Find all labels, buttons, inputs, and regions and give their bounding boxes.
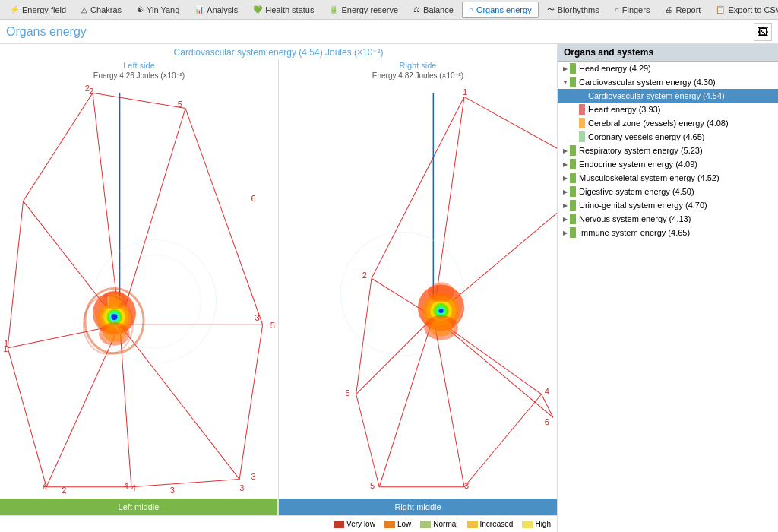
svg-rect-51 [279, 85, 557, 495]
tree-item-cardiovascular-system[interactable]: ▼ Cardiovascular system energy (4.30) [558, 75, 778, 89]
tab-organs-energy[interactable]: ○ Organs energy [462, 2, 539, 18]
tree-item-digestive[interactable]: ▶ Digestive system energy (4.50) [558, 185, 778, 198]
tab-chakras[interactable]: △ Chakras [74, 2, 128, 18]
right-side-label: Right side [279, 59, 557, 71]
analysis-icon: 📊 [194, 5, 204, 14]
svg-text:5: 5 [370, 481, 375, 490]
color-cardiovascular [579, 90, 585, 101]
color-coronary [579, 131, 585, 142]
export-csv-icon: 📋 [716, 5, 725, 14]
charts-row: Left side Energy 4.26 Joules (×10⁻²) [0, 59, 557, 515]
label-immune: Immune system energy (4.65) [579, 228, 775, 237]
tree-item-head[interactable]: ▶ Head energy (4.29) [558, 62, 778, 75]
right-chart-svg: 1 6 2 5 5 3 4 6 [279, 81, 557, 499]
label-musculoskeletal: Musculoskeletal system energy (4.52) [579, 173, 775, 182]
page-header: Organs energy 🖼 [0, 20, 778, 44]
legend-bar: Very low Low Normal Increased High [0, 515, 557, 532]
high-color [522, 521, 533, 528]
left-side-label: Left side [0, 59, 278, 71]
tree-item-cerebral[interactable]: Cerebral zone (vessels) energy (4.08) [558, 116, 778, 130]
tree-item-urino-genital[interactable]: ▶ Urino-genital system energy (4.70) [558, 198, 778, 212]
tab-export-csv[interactable]: 📋 Export to CSV [709, 2, 778, 18]
image-button[interactable]: 🖼 [754, 23, 772, 41]
left-middle-label: Left middle [0, 499, 278, 515]
svg-point-82 [438, 309, 443, 313]
yin-yang-icon: ☯ [137, 5, 144, 14]
color-urino-genital [570, 200, 576, 211]
tree-item-endocrine[interactable]: ▶ Endocrine system energy (4.09) [558, 157, 778, 171]
organs-panel: Organs and systems ▶ Head energy (4.29) … [558, 44, 778, 532]
right-chart-panel: Right side Energy 4.82 Joules (×10⁻²) [279, 59, 557, 515]
tab-health-status[interactable]: 💚 Health status [246, 2, 321, 18]
arrow-digestive: ▶ [561, 187, 570, 196]
organs-header: Organs and systems [558, 44, 778, 62]
tree-item-respiratory[interactable]: ▶ Respiratory system energy (5.23) [558, 144, 778, 157]
legend-low: Low [384, 520, 411, 528]
left-chart-panel: Left side Energy 4.26 Joules (×10⁻²) [0, 59, 279, 515]
arrow-musculoskeletal: ▶ [561, 173, 570, 182]
right-middle-label: Right middle [279, 499, 557, 515]
color-endocrine [570, 159, 576, 169]
normal-color [420, 521, 431, 528]
tab-yin-yang[interactable]: ☯ Yin Yang [130, 2, 186, 18]
chakras-icon: △ [81, 5, 87, 14]
normal-label: Normal [433, 520, 457, 528]
legend-high: High [522, 520, 551, 528]
label-head: Head energy (4.29) [579, 64, 775, 73]
right-bottom-bar: Right middle [279, 499, 557, 515]
label-nervous: Nervous system energy (4.13) [579, 214, 775, 223]
legend-normal: Normal [420, 520, 457, 528]
tree-item-cardiovascular[interactable]: Cardiovascular system energy (4.54) [558, 89, 778, 103]
arrow-respiratory: ▶ [561, 146, 570, 155]
arrow-cerebral [570, 119, 579, 128]
svg-text:3: 3 [255, 313, 260, 322]
color-cardiovascular-system [570, 77, 576, 87]
increased-label: Increased [480, 520, 514, 528]
tab-biorhythms[interactable]: 〜 Biorhythms [540, 2, 606, 18]
color-cerebral [579, 118, 585, 128]
viz-body: Cardiovascular system energy (4.54) Joul… [0, 44, 557, 515]
tree-item-musculoskeletal[interactable]: ▶ Musculoskeletal system energy (4.52) [558, 171, 778, 185]
balance-icon: ⚖ [413, 5, 420, 14]
high-label: High [535, 520, 551, 528]
svg-text:3: 3 [170, 486, 175, 495]
low-label: Low [397, 520, 411, 528]
color-musculoskeletal [570, 173, 576, 183]
svg-text:5: 5 [178, 100, 182, 109]
svg-text:2: 2 [62, 486, 66, 495]
tab-report[interactable]: 🖨 Report [658, 2, 707, 18]
tree-item-heart[interactable]: Heart energy (3.93) [558, 103, 778, 116]
svg-text:4: 4 [131, 483, 136, 492]
color-immune [570, 227, 576, 238]
tree-item-coronary[interactable]: Coronary vessels energy (4.65) [558, 130, 778, 144]
color-head [570, 63, 576, 74]
tab-analysis[interactable]: 📊 Analysis [188, 2, 245, 18]
arrow-head: ▶ [561, 64, 570, 73]
label-cardiovascular-system: Cardiovascular system energy (4.30) [579, 78, 775, 87]
label-cerebral: Cerebral zone (vessels) energy (4.08) [588, 119, 775, 128]
tab-fingers[interactable]: ○ Fingers [608, 2, 657, 18]
report-icon: 🖨 [665, 5, 672, 14]
svg-text:4: 4 [43, 481, 47, 490]
arrow-cardiovascular-system: ▼ [561, 78, 570, 87]
svg-text:1: 1 [463, 87, 467, 97]
tree-item-immune[interactable]: ▶ Immune system energy (4.65) [558, 226, 778, 239]
visualization-panel: Cardiovascular system energy (4.54) Joul… [0, 44, 558, 532]
organs-energy-icon: ○ [469, 5, 473, 14]
tab-balance[interactable]: ⚖ Balance [406, 2, 460, 18]
top-navigation: ⚡ Energy field △ Chakras ☯ Yin Yang 📊 An… [0, 0, 778, 20]
svg-text:5: 5 [345, 388, 349, 397]
svg-text:1: 1 [4, 339, 8, 348]
page-title: Organs energy [6, 25, 87, 39]
svg-text:3: 3 [239, 483, 244, 492]
svg-text:3: 3 [464, 481, 469, 490]
legend-very-low: Very low [334, 520, 375, 528]
tab-energy-field[interactable]: ⚡ Energy field [3, 2, 73, 18]
very-low-color [334, 521, 344, 528]
tree-item-nervous[interactable]: ▶ Nervous system energy (4.13) [558, 212, 778, 226]
arrow-immune: ▶ [561, 228, 570, 237]
svg-rect-0 [0, 85, 278, 495]
tab-energy-reserve[interactable]: 🔋 Energy reserve [322, 2, 405, 18]
right-chart-canvas: 1 6 2 5 5 3 4 6 [279, 81, 557, 499]
label-urino-genital: Urino-genital system energy (4.70) [579, 201, 775, 210]
